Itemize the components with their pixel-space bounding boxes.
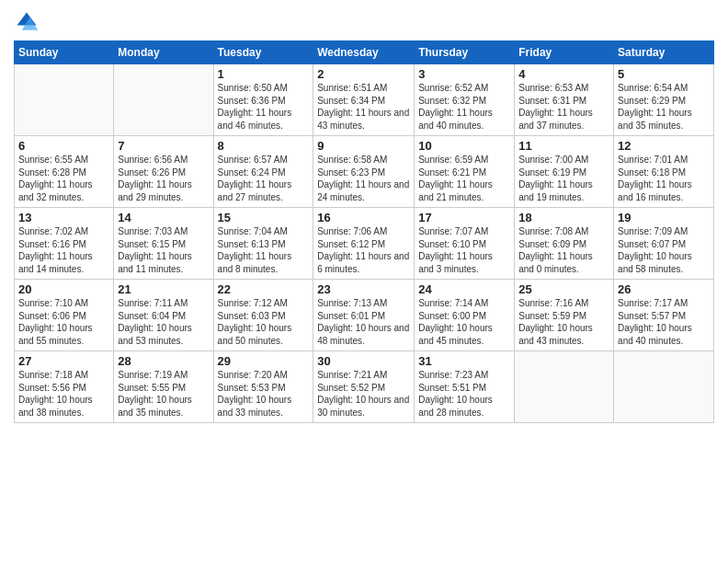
calendar-cell: 25Sunrise: 7:16 AM Sunset: 5:59 PM Dayli…	[515, 280, 614, 351]
calendar-cell: 8Sunrise: 6:57 AM Sunset: 6:24 PM Daylig…	[213, 136, 313, 208]
calendar-table: SundayMondayTuesdayWednesdayThursdayFrid…	[14, 40, 714, 423]
day-number: 11	[518, 139, 609, 153]
calendar-cell: 30Sunrise: 7:21 AM Sunset: 5:52 PM Dayli…	[313, 351, 415, 423]
day-info: Sunrise: 7:11 AM Sunset: 6:04 PM Dayligh…	[118, 297, 209, 347]
day-number: 14	[118, 211, 209, 224]
calendar-cell: 7Sunrise: 6:56 AM Sunset: 6:26 PM Daylig…	[114, 136, 213, 208]
calendar-cell: 18Sunrise: 7:08 AM Sunset: 6:09 PM Dayli…	[515, 208, 614, 280]
day-number: 19	[618, 211, 710, 224]
day-info: Sunrise: 6:55 AM Sunset: 6:28 PM Dayligh…	[18, 154, 109, 203]
day-number: 15	[218, 211, 310, 224]
day-number: 3	[418, 67, 510, 81]
day-info: Sunrise: 7:07 AM Sunset: 6:10 PM Dayligh…	[418, 225, 510, 275]
calendar-cell: 19Sunrise: 7:09 AM Sunset: 6:07 PM Dayli…	[614, 208, 714, 280]
calendar-week-row: 13Sunrise: 7:02 AM Sunset: 6:16 PM Dayli…	[15, 208, 714, 280]
day-info: Sunrise: 6:51 AM Sunset: 6:34 PM Dayligh…	[317, 82, 410, 132]
calendar-cell: 29Sunrise: 7:20 AM Sunset: 5:53 PM Dayli…	[213, 351, 313, 423]
calendar-cell: 24Sunrise: 7:14 AM Sunset: 6:00 PM Dayli…	[415, 280, 515, 351]
day-number: 28	[118, 354, 209, 368]
logo-icon	[14, 9, 40, 35]
day-info: Sunrise: 6:59 AM Sunset: 6:21 PM Dayligh…	[418, 154, 510, 203]
calendar-day-header: Tuesday	[213, 41, 313, 64]
day-info: Sunrise: 7:23 AM Sunset: 5:51 PM Dayligh…	[418, 369, 510, 419]
day-number: 30	[317, 354, 410, 368]
calendar-cell: 20Sunrise: 7:10 AM Sunset: 6:06 PM Dayli…	[15, 280, 114, 351]
day-number: 21	[118, 282, 209, 296]
day-info: Sunrise: 6:50 AM Sunset: 6:36 PM Dayligh…	[218, 82, 310, 132]
day-info: Sunrise: 6:52 AM Sunset: 6:32 PM Dayligh…	[418, 82, 510, 132]
day-number: 13	[18, 211, 109, 224]
day-number: 26	[618, 282, 710, 296]
calendar-cell	[515, 351, 614, 423]
day-number: 27	[18, 354, 109, 368]
calendar-cell: 1Sunrise: 6:50 AM Sunset: 6:36 PM Daylig…	[213, 64, 313, 136]
calendar-cell: 11Sunrise: 7:00 AM Sunset: 6:19 PM Dayli…	[515, 136, 614, 208]
calendar-cell	[614, 351, 714, 423]
calendar-cell: 21Sunrise: 7:11 AM Sunset: 6:04 PM Dayli…	[114, 280, 213, 351]
day-info: Sunrise: 6:53 AM Sunset: 6:31 PM Dayligh…	[518, 82, 609, 132]
day-info: Sunrise: 6:58 AM Sunset: 6:23 PM Dayligh…	[317, 154, 410, 203]
day-number: 23	[317, 282, 410, 296]
calendar-cell: 15Sunrise: 7:04 AM Sunset: 6:13 PM Dayli…	[213, 208, 313, 280]
calendar-cell: 14Sunrise: 7:03 AM Sunset: 6:15 PM Dayli…	[114, 208, 213, 280]
day-info: Sunrise: 7:14 AM Sunset: 6:00 PM Dayligh…	[418, 297, 510, 347]
day-number: 4	[518, 67, 609, 81]
day-info: Sunrise: 7:08 AM Sunset: 6:09 PM Dayligh…	[518, 225, 609, 275]
day-number: 25	[518, 282, 609, 296]
day-number: 12	[618, 139, 710, 153]
day-info: Sunrise: 7:18 AM Sunset: 5:56 PM Dayligh…	[18, 369, 109, 419]
day-info: Sunrise: 7:02 AM Sunset: 6:16 PM Dayligh…	[18, 225, 109, 275]
day-number: 9	[317, 139, 410, 153]
calendar-cell: 23Sunrise: 7:13 AM Sunset: 6:01 PM Dayli…	[313, 280, 415, 351]
day-info: Sunrise: 7:10 AM Sunset: 6:06 PM Dayligh…	[18, 297, 109, 347]
day-number: 5	[618, 67, 710, 81]
day-info: Sunrise: 7:21 AM Sunset: 5:52 PM Dayligh…	[317, 369, 410, 419]
day-number: 2	[317, 67, 410, 81]
day-info: Sunrise: 7:19 AM Sunset: 5:55 PM Dayligh…	[118, 369, 209, 419]
day-info: Sunrise: 7:06 AM Sunset: 6:12 PM Dayligh…	[317, 225, 410, 275]
day-info: Sunrise: 7:04 AM Sunset: 6:13 PM Dayligh…	[218, 225, 310, 275]
calendar-week-row: 6Sunrise: 6:55 AM Sunset: 6:28 PM Daylig…	[15, 136, 714, 208]
day-number: 31	[418, 354, 510, 368]
day-number: 1	[218, 67, 310, 81]
calendar-day-header: Sunday	[15, 41, 114, 64]
calendar-cell: 5Sunrise: 6:54 AM Sunset: 6:29 PM Daylig…	[614, 64, 714, 136]
day-info: Sunrise: 7:00 AM Sunset: 6:19 PM Dayligh…	[518, 154, 609, 203]
day-info: Sunrise: 7:12 AM Sunset: 6:03 PM Dayligh…	[218, 297, 310, 347]
day-number: 10	[418, 139, 510, 153]
calendar-cell: 2Sunrise: 6:51 AM Sunset: 6:34 PM Daylig…	[313, 64, 415, 136]
calendar-week-row: 27Sunrise: 7:18 AM Sunset: 5:56 PM Dayli…	[15, 351, 714, 423]
calendar-day-header: Saturday	[614, 41, 714, 64]
calendar-cell: 3Sunrise: 6:52 AM Sunset: 6:32 PM Daylig…	[415, 64, 515, 136]
day-info: Sunrise: 7:16 AM Sunset: 5:59 PM Dayligh…	[518, 297, 609, 347]
day-number: 7	[118, 139, 209, 153]
calendar-cell: 26Sunrise: 7:17 AM Sunset: 5:57 PM Dayli…	[614, 280, 714, 351]
day-number: 6	[18, 139, 109, 153]
day-number: 29	[218, 354, 310, 368]
calendar-cell: 6Sunrise: 6:55 AM Sunset: 6:28 PM Daylig…	[15, 136, 114, 208]
calendar-cell	[114, 64, 213, 136]
page: SundayMondayTuesdayWednesdayThursdayFrid…	[0, 0, 728, 563]
day-info: Sunrise: 7:03 AM Sunset: 6:15 PM Dayligh…	[118, 225, 209, 275]
calendar-header-row: SundayMondayTuesdayWednesdayThursdayFrid…	[15, 41, 714, 64]
calendar-day-header: Wednesday	[313, 41, 415, 64]
calendar-week-row: 20Sunrise: 7:10 AM Sunset: 6:06 PM Dayli…	[15, 280, 714, 351]
day-number: 24	[418, 282, 510, 296]
day-info: Sunrise: 6:57 AM Sunset: 6:24 PM Dayligh…	[218, 154, 310, 203]
calendar-week-row: 1Sunrise: 6:50 AM Sunset: 6:36 PM Daylig…	[15, 64, 714, 136]
calendar-day-header: Monday	[114, 41, 213, 64]
day-number: 17	[418, 211, 510, 224]
calendar-cell: 12Sunrise: 7:01 AM Sunset: 6:18 PM Dayli…	[614, 136, 714, 208]
calendar-cell: 10Sunrise: 6:59 AM Sunset: 6:21 PM Dayli…	[415, 136, 515, 208]
calendar-cell: 4Sunrise: 6:53 AM Sunset: 6:31 PM Daylig…	[515, 64, 614, 136]
calendar-day-header: Friday	[515, 41, 614, 64]
logo	[14, 9, 43, 35]
calendar-day-header: Thursday	[415, 41, 515, 64]
day-number: 8	[218, 139, 310, 153]
calendar-cell: 13Sunrise: 7:02 AM Sunset: 6:16 PM Dayli…	[15, 208, 114, 280]
calendar-cell	[15, 64, 114, 136]
calendar-cell: 17Sunrise: 7:07 AM Sunset: 6:10 PM Dayli…	[415, 208, 515, 280]
calendar-cell: 16Sunrise: 7:06 AM Sunset: 6:12 PM Dayli…	[313, 208, 415, 280]
calendar-cell: 31Sunrise: 7:23 AM Sunset: 5:51 PM Dayli…	[415, 351, 515, 423]
day-info: Sunrise: 7:01 AM Sunset: 6:18 PM Dayligh…	[618, 154, 710, 203]
